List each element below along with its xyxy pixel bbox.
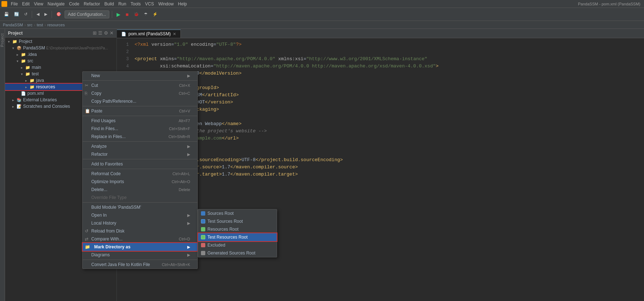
ctx-find-usages[interactable]: Find Usages Alt+F7 [83, 117, 197, 125]
sub-resources-root[interactable]: Resources Root [198, 225, 277, 233]
tree-item-pandassmm[interactable]: ▾ 📦 PandaSSM E:\Dropbox\phoenix\JavaProj… [5, 45, 117, 51]
stop-button[interactable]: ■ [124, 10, 130, 18]
code-line-6 [133, 77, 644, 84]
menu-bar: File Edit View Navigate Code Refactor Bu… [0, 0, 644, 8]
tree-item-main[interactable]: ▸ 📁 main [5, 64, 117, 71]
tab-close-button[interactable]: ✕ [173, 32, 176, 36]
ctx-delete[interactable]: Delete... Delete [83, 186, 197, 194]
ctx-paste[interactable]: 📋 Paste Ctrl+V [83, 107, 197, 115]
ctx-optimize-imports[interactable]: Optimize Imports Ctrl+Alt+O [83, 178, 197, 186]
menu-view[interactable]: View [32, 1, 45, 7]
tab-icon: 📄 [121, 32, 126, 36]
arrow-pandassmm: ▾ [11, 46, 15, 50]
ctx-find-in-files[interactable]: Find in Files... Ctrl+Shift+F [83, 125, 197, 133]
settings-icon[interactable]: ⚙ [104, 30, 108, 36]
resources-folder-icon: 📁 [29, 84, 35, 90]
tree-item-src[interactable]: ▾ 📁 src [5, 58, 117, 64]
arrow-project: ▾ [6, 40, 11, 44]
menu-refactor[interactable]: Refactor [82, 1, 102, 7]
sub-excluded[interactable]: Excluded [198, 241, 277, 249]
tree-item-project[interactable]: ▾ 📁 Project [5, 38, 117, 45]
ctx-convert-shortcut: Ctrl+Alt+Shift+K [162, 262, 190, 267]
ctx-copy-path[interactable]: Copy Path/Reference... [83, 97, 197, 105]
back-button[interactable]: ◀ [35, 11, 41, 18]
java-label: java [36, 78, 44, 83]
ctx-diagrams[interactable]: Diagrams ▶ [83, 251, 197, 259]
ctx-new[interactable]: New ▶ [83, 72, 197, 80]
menu-build[interactable]: Build [102, 1, 116, 7]
resources-root-icon [201, 227, 205, 231]
debug-button[interactable]: 🐞 [132, 11, 141, 18]
save-button[interactable]: 💾 [2, 11, 11, 18]
menu-navigate[interactable]: Navigate [45, 1, 67, 7]
module-icon: 📦 [16, 45, 22, 51]
ctx-find-usages-shortcut: Alt+F7 [179, 119, 190, 123]
menu-help[interactable]: Help [176, 1, 189, 7]
code-line-5: <modelVersion>4.0.0</modelVersion> [133, 70, 644, 77]
ctx-compare-with[interactable]: ⇄ Compare With... Ctrl+D [83, 235, 197, 243]
tree-item-idea[interactable]: ▸ 📁 .idea [5, 51, 117, 58]
project-stripe-label[interactable]: Project [0, 30, 5, 50]
expand-all-icon[interactable]: ⊞ [93, 30, 97, 36]
toolbar-separator-2 [52, 11, 52, 18]
breadcrumb-pandassmm[interactable]: PandaSSM [3, 23, 23, 27]
ctx-analyze[interactable]: Analyze ▶ [83, 142, 197, 150]
menu-run[interactable]: Run [116, 1, 128, 7]
ctx-delete-shortcut: Delete [179, 187, 190, 192]
context-menu: New ▶ ✂ Cut Ctrl+X ⎘ Copy Ctrl+C Copy Pa… [82, 71, 198, 269]
collapse-all-icon[interactable]: ☰ [98, 30, 102, 36]
tab-pomxml[interactable]: 📄 pom.xml (PandaSSM) ✕ [117, 30, 181, 38]
add-config-button[interactable]: Add Configuration... [65, 10, 109, 18]
play-button[interactable]: ▶ [115, 10, 122, 18]
forward-button[interactable]: ▶ [43, 11, 49, 18]
menu-vcs[interactable]: VCS [143, 1, 156, 7]
sub-generated-sources-root[interactable]: Generated Sources Root [198, 249, 277, 257]
ctx-sep-5 [83, 159, 197, 159]
ctx-mark-directory-as[interactable]: 📁 Mark Directory as ▶ [83, 243, 197, 251]
code-line-2 [133, 48, 644, 56]
idea-label: .idea [27, 52, 37, 57]
ctx-local-history[interactable]: Local History ▶ [83, 219, 197, 227]
menu-file[interactable]: File [9, 1, 20, 7]
ctx-add-favorites[interactable]: Add to Favorites [83, 160, 197, 168]
ctx-convert-java[interactable]: Convert Java File to Kotlin File Ctrl+Al… [83, 261, 197, 269]
ctx-replace-in-files[interactable]: Replace in Files... Ctrl+Shift+R [83, 133, 197, 141]
menu-edit[interactable]: Edit [20, 1, 32, 7]
revert-button[interactable]: ↺ [22, 11, 29, 18]
code-line-9: <version>1.0-SNAPSHOT</version> [133, 99, 644, 106]
menu-tools[interactable]: Tools [128, 1, 143, 7]
test-sources-root-icon [201, 219, 205, 223]
ctx-reload-from-disk[interactable]: ↺ Reload from Disk [83, 227, 197, 235]
sub-sources-root[interactable]: Sources Root [198, 209, 277, 217]
ctx-refactor[interactable]: Refactor ▶ [83, 150, 197, 158]
breadcrumb-test[interactable]: test [37, 23, 43, 27]
breadcrumb-resources[interactable]: resources [47, 23, 65, 27]
ctx-build-module[interactable]: Build Module 'PandaSSM' [83, 203, 197, 211]
test-label: test [32, 71, 39, 76]
code-line-12: <name>PandaSSM Maven Webapp</name> [133, 120, 644, 128]
ctx-sep-7 [83, 202, 197, 203]
run-target-button[interactable]: 🎯 [54, 11, 63, 18]
ctx-sep-3 [83, 116, 197, 116]
breadcrumb-src[interactable]: src [27, 23, 32, 27]
breadcrumb: PandaSSM › src › test › resources [0, 21, 644, 29]
toolbar-separator-3 [112, 11, 112, 18]
menu-code[interactable]: Code [67, 1, 82, 7]
sub-test-sources-root[interactable]: Test Sources Root [198, 217, 277, 225]
coverage-button[interactable]: ☂ [142, 11, 149, 18]
code-line-3: <project xmlns="http://maven.apache.org/… [133, 56, 644, 63]
ctx-reformat-code[interactable]: Reformat Code Ctrl+Alt+L [83, 170, 197, 178]
src-label: src [27, 58, 33, 63]
sync-button[interactable]: 🔄 [12, 11, 21, 18]
close-sidebar-icon[interactable]: ✕ [110, 30, 114, 36]
ctx-cut[interactable]: ✂ Cut Ctrl+X [83, 81, 197, 89]
ctx-copy[interactable]: ⎘ Copy Ctrl+C [83, 89, 197, 97]
code-lines[interactable]: <?xml version="1.0" encoding="UTF-8"?> <… [133, 41, 644, 298]
ctx-mark-dir-arrow: ▶ [187, 245, 190, 249]
profile-button[interactable]: ⚡ [151, 11, 159, 18]
sub-test-resources-root[interactable]: Test Resources Root [198, 233, 277, 241]
ctx-paste-shortcut: Ctrl+V [179, 109, 190, 113]
menu-window[interactable]: Window [156, 1, 176, 7]
paste-icon: 📋 [85, 109, 90, 114]
ctx-open-in[interactable]: Open In ▶ [83, 211, 197, 219]
